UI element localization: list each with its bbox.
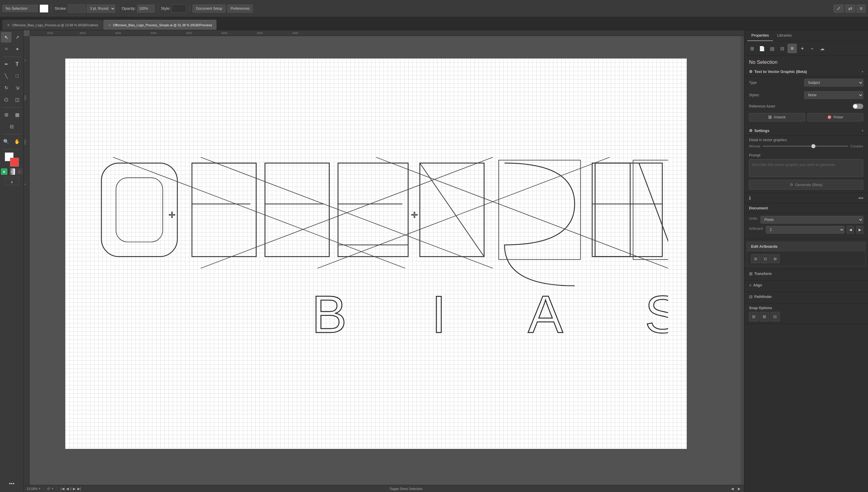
hand-tool[interactable]: ✋ xyxy=(12,136,22,147)
color-tools: ■ ■ ✕ xyxy=(1,152,23,175)
generate-button[interactable]: ⚙ Generate (Beta) xyxy=(749,180,863,190)
ea-btn-align-right-bottom[interactable]: ⊠ xyxy=(771,254,780,263)
prev-artboard-btn[interactable]: ◀ xyxy=(66,487,69,491)
ruler-mark-5500: 5500 xyxy=(115,32,121,34)
detail-row: Detail in vector graphics Minimal Comple… xyxy=(749,136,863,150)
scale-tool[interactable]: ⇲ xyxy=(12,82,22,93)
status-arrow-left[interactable]: ◀ xyxy=(731,487,734,491)
stroke-box[interactable] xyxy=(10,158,19,167)
settings-section-header[interactable]: ⚙ Settings ▾ xyxy=(744,126,868,136)
ruler-mark-4000: 4000 xyxy=(222,32,227,34)
document-setup-button[interactable]: Document Setup xyxy=(193,4,225,13)
styles-select[interactable]: None xyxy=(804,91,863,99)
opacity-input[interactable] xyxy=(137,4,155,13)
detail-slider[interactable] xyxy=(763,146,848,147)
snap-btn-2[interactable]: ⊠ xyxy=(760,312,769,321)
rect-tool[interactable]: □ xyxy=(12,71,22,81)
canvas-area[interactable]: 6500 6000 5500 5000 4500 4000 3500 3000 … xyxy=(24,30,744,492)
color-btn[interactable]: ■ xyxy=(1,168,7,175)
properties-icon-5[interactable]: ≡ xyxy=(787,44,797,53)
fill-color-swatch[interactable] xyxy=(40,4,48,13)
none-btn[interactable]: ✕ xyxy=(16,168,23,175)
draw-inside-tool[interactable]: ⊕ xyxy=(5,179,19,185)
stroke-label: Stroke: xyxy=(55,6,67,10)
more-options-icon[interactable]: ••• xyxy=(858,196,863,201)
tab-close-icon-1[interactable]: ✕ xyxy=(7,23,10,27)
properties-icon-2[interactable]: 📄 xyxy=(757,44,767,53)
type-select[interactable]: Subject Scene Icon xyxy=(804,79,863,87)
artboard-next-btn[interactable]: ▶ xyxy=(856,226,863,233)
rotation-dropdown-icon[interactable]: ▾ xyxy=(52,487,53,491)
direct-selection-tool[interactable]: ↗ xyxy=(12,32,22,43)
properties-icon-7[interactable]: ⌁ xyxy=(808,44,817,53)
rotate-tool[interactable]: ↻ xyxy=(1,82,11,93)
right-panels-column: Properties Libraries ⊞ 📄 ▤ ⊟ ≡ ✦ ⌁ ☁ No … xyxy=(744,30,868,492)
panel-tabs: Properties Libraries xyxy=(744,30,868,41)
scroll-hint-right[interactable] xyxy=(740,36,744,485)
ea-btn-align-center[interactable]: ⊟ xyxy=(761,254,770,263)
artwork-button[interactable]: 🖼 Artwork xyxy=(749,113,805,121)
stroke-color-swatch[interactable] xyxy=(68,4,86,13)
tv-chevron-icon: ▾ xyxy=(862,70,863,73)
lasso-tool[interactable]: ⌗ xyxy=(1,44,11,54)
tab-libraries[interactable]: Libraries xyxy=(773,30,796,41)
hamburger-button[interactable]: ≡ xyxy=(857,4,866,13)
properties-icon-1[interactable]: ⊞ xyxy=(747,44,757,53)
paintbucket-tool[interactable]: ⌬ xyxy=(1,94,11,105)
prompt-placeholder-text[interactable]: Describe the vector graphic you want to … xyxy=(749,159,863,177)
selection-tool[interactable]: ↖ xyxy=(1,32,11,43)
preferences-button[interactable]: Preferences xyxy=(227,4,253,13)
symbol-tool[interactable]: ⊞ xyxy=(1,109,11,120)
sync-button[interactable]: ⇄ xyxy=(845,4,855,13)
panel-icon-row: ⊞ 📄 ▤ ⊟ ≡ ✦ ⌁ ☁ xyxy=(744,41,868,56)
tab-close-icon-2[interactable]: ✕ xyxy=(108,23,111,27)
toolbar-divider-1 xyxy=(51,4,52,13)
tab-outline[interactable]: ✕ Offensive_Bias_Logo_Process.ai @ 13.58… xyxy=(2,20,103,30)
gradient-tool[interactable]: ◫ xyxy=(12,94,22,105)
document-section-header[interactable]: Document xyxy=(744,203,868,213)
letter-e-2 xyxy=(592,163,662,256)
type-tool[interactable]: T xyxy=(12,59,22,69)
properties-icon-4[interactable]: ⊟ xyxy=(777,44,787,53)
snap-btn-1[interactable]: ⊞ xyxy=(749,312,759,321)
zoom-tool[interactable]: 🔍 xyxy=(1,136,11,147)
status-arrow-right[interactable]: ▶ xyxy=(737,487,741,491)
gradient-btn[interactable]: ■ xyxy=(8,168,15,175)
letter-e xyxy=(338,163,408,256)
next-artboard-btn[interactable]: ▶ xyxy=(72,487,76,491)
align-icon: ≡ xyxy=(749,283,751,288)
stroke-size-select[interactable]: 3 pt. Round xyxy=(87,4,116,13)
last-artboard-btn[interactable]: ▶| xyxy=(77,487,81,491)
tab-preview[interactable]: ✕ Offensive_Bias_Logo_Process_Simple.ai … xyxy=(103,20,217,30)
properties-icon-3[interactable]: ▤ xyxy=(767,44,777,53)
pen-tool[interactable]: ✒ xyxy=(1,59,11,69)
transform-icon: ⊞ xyxy=(749,271,752,276)
line-tool[interactable]: ╲ xyxy=(1,71,11,81)
tab-properties[interactable]: Properties xyxy=(747,30,773,41)
letter-s xyxy=(499,161,581,286)
artboard-select[interactable]: 2 1 xyxy=(766,226,844,233)
settings-chevron-icon: ▾ xyxy=(862,129,863,132)
reference-asset-toggle[interactable] xyxy=(853,104,863,109)
more-tools-icon[interactable]: ••• xyxy=(6,478,17,489)
artboard-tool[interactable]: ⊟ xyxy=(6,121,17,132)
expand-button[interactable]: ⤢ xyxy=(834,4,844,13)
units-select[interactable]: Pixels Inches Centimeters Millimeters Po… xyxy=(761,216,863,224)
properties-icon-6[interactable]: ✦ xyxy=(797,44,807,53)
info-icon[interactable]: ℹ xyxy=(749,195,751,201)
align-title: ≡ Align xyxy=(749,283,863,288)
more-tools-btn[interactable]: ••• xyxy=(6,478,17,490)
artboard: B I A S + + + xyxy=(65,58,687,449)
snap-btn-3[interactable]: ⊟ xyxy=(770,312,780,321)
toolbar-divider-3 xyxy=(158,4,158,13)
magic-wand-tool[interactable]: ✦ xyxy=(12,44,22,54)
first-artboard-btn[interactable]: |◀ xyxy=(60,487,65,491)
picker-button[interactable]: 🎯 Picker xyxy=(808,113,864,121)
tv-section-header[interactable]: ⚙ Text to Vector Graphic (Beta) ▾ xyxy=(744,67,868,76)
column-graph-tool[interactable]: ▦ xyxy=(12,109,22,120)
style-color-swatch[interactable] xyxy=(172,4,186,13)
zoom-dropdown-icon[interactable]: ▾ xyxy=(39,487,41,491)
properties-icon-8[interactable]: ☁ xyxy=(818,44,827,53)
artboard-prev-btn[interactable]: ◀ xyxy=(847,226,854,233)
ea-btn-align-left-top[interactable]: ⊞ xyxy=(751,254,760,263)
